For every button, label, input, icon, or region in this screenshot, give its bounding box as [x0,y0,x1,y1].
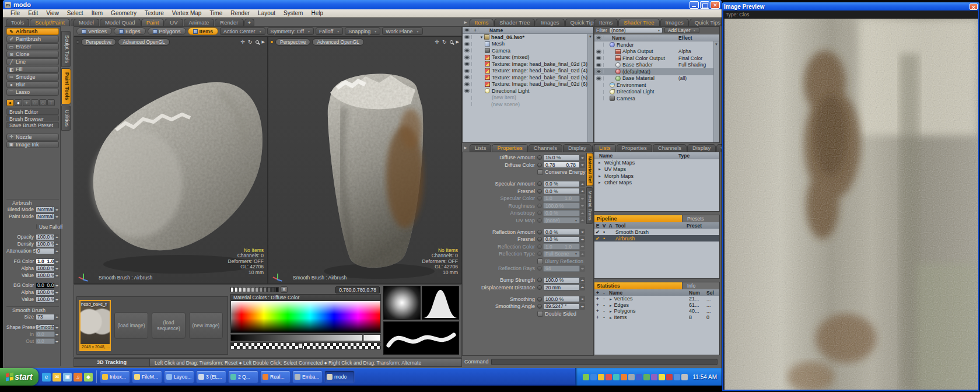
panel-tab[interactable]: Images [660,19,689,26]
spinner-icon[interactable]: ◂▸ [580,162,585,168]
panel-tab[interactable]: Properties [617,144,652,152]
tray-icon[interactable] [606,374,612,380]
panel-tab[interactable]: Shader Tree [618,19,659,26]
material-tab[interactable]: Material Trans [586,187,593,224]
command-input[interactable] [491,359,718,365]
item-row[interactable]: Directional Light [463,88,593,94]
channel-toggle-icon[interactable] [537,251,542,256]
rotate-icon[interactable]: ↻ [442,39,447,45]
pipeline-title[interactable]: Pipeline [594,215,682,222]
spinner-icon[interactable]: ◂▸ [580,217,585,223]
spinner-icon[interactable]: ◂▸ [580,236,585,243]
shader-row[interactable]: Camera [594,95,719,102]
visibility-toggle[interactable] [463,82,472,86]
tool-button[interactable]: ⌒ Lasso [6,89,59,96]
visibility-toggle[interactable] [463,42,472,46]
visibility-toggle[interactable] [463,55,472,60]
panel-tab[interactable]: Display [563,144,592,152]
close-button[interactable] [710,1,720,9]
tray-icon[interactable] [583,374,589,380]
taskbar-task[interactable]: Inbox... [100,370,130,383]
tray-icon[interactable] [598,374,604,380]
layout-tab[interactable]: + [244,19,255,26]
spinner-icon[interactable]: ◂▸ [580,284,585,290]
taskbar-task[interactable]: Layou... [164,370,194,383]
outlook-icon[interactable]: ✉ [52,373,61,382]
spinner-icon[interactable]: ◂▸ [55,248,59,254]
viewport-shading-button[interactable]: Advanced OpenGL [118,38,169,46]
taskbar-task[interactable]: modo [324,370,355,383]
shader-row[interactable]: Alpha Output Alpha [594,48,719,55]
statistics-row[interactable]: + - ► Vertices 21... ... [594,296,719,302]
shader-row[interactable]: ► Directional Light [594,89,719,96]
menu-item[interactable]: Help [307,9,327,17]
pan-icon[interactable]: ✛ [241,39,246,45]
list-row[interactable]: ► Morph Maps [594,173,719,180]
panel-tab[interactable]: Lists [594,144,616,152]
spinner-icon[interactable]: ◂▸ [55,214,59,220]
messenger-icon[interactable]: ◆ [84,373,93,382]
expand-arrow-icon[interactable]: ▼ [604,43,610,47]
panel-tab[interactable]: Lists [470,144,492,152]
tray-icon[interactable] [613,374,620,380]
tool-button[interactable]: ⊞ Clone [6,51,59,58]
property-value[interactable]: 0.0 % [543,188,580,194]
field-value[interactable]: 0.0 [36,338,55,345]
channel-toggle-icon[interactable] [537,155,542,160]
menu-item[interactable]: Select [63,9,88,17]
pipeline-presets-tab[interactable]: Presets [682,215,719,222]
value-gradient-slider[interactable] [230,334,381,341]
spinner-icon[interactable]: ◂▸ [580,202,585,209]
rotate-icon[interactable]: ↻ [248,39,253,45]
spinner-icon[interactable]: ◂▸ [55,258,59,265]
visibility-toggle[interactable] [463,75,472,79]
panel-tab[interactable]: Images [536,19,564,26]
shader-row[interactable]: ► (defaultMat) [594,68,719,75]
collapse-minus[interactable]: - [601,308,607,314]
spinner-icon[interactable]: ◂▸ [580,303,585,310]
field-value[interactable]: 0.0 [36,331,55,338]
spinner-icon[interactable]: ◂▸ [580,265,585,272]
shader-row[interactable]: Final Color Output Final Color [594,55,719,62]
spinner-icon[interactable]: ◂▸ [55,314,59,320]
tray-icon[interactable] [666,374,673,380]
value-slider-handle[interactable] [362,334,364,341]
panel-nav-arrow-icon[interactable]: ► [462,19,469,26]
gray-swatch[interactable] [243,287,246,292]
toolbar-dropdown[interactable]: Snapping [345,27,380,35]
property-value[interactable]: 20 mm [543,284,580,290]
spinner-icon[interactable]: ◂▸ [580,188,585,194]
taskbar-task[interactable]: Emba... [292,370,323,383]
field-value[interactable]: 1.0 1.0 1.0 [36,258,55,265]
channel-toggle-icon[interactable] [537,218,542,223]
layout-tab[interactable]: Model [74,19,99,26]
visibility-toggle[interactable] [594,43,604,47]
visibility-toggle[interactable] [463,62,472,66]
taskbar-task[interactable]: FileM... [132,370,162,383]
item-row[interactable]: ▼ head_06.lwo* [463,34,593,41]
tray-icon[interactable] [643,374,650,380]
item-row[interactable]: Texture: Image: head_bake_final_02d (3) [463,61,593,68]
channel-toggle-icon[interactable] [537,196,542,201]
expand-arrow-icon[interactable]: ► [609,298,612,301]
property-value[interactable]: 0.0 % [543,181,580,187]
brush-link[interactable]: Brush Editor [6,108,59,115]
visibility-toggle[interactable] [463,69,472,73]
visibility-toggle[interactable] [463,102,472,106]
panel-tab[interactable]: Items [594,19,618,26]
brush-link[interactable]: Brush Browser [6,116,59,122]
visibility-toggle[interactable] [594,69,604,74]
field-value[interactable]: 0 [36,248,55,254]
list-row[interactable]: ► Weight Maps [594,159,719,166]
collapse-minus[interactable]: - [601,302,607,308]
saturation-button[interactable]: S [281,286,288,293]
channel-toggle-icon[interactable] [537,211,542,215]
toolbar-dropdown[interactable]: Work Plane [382,27,422,35]
field-value[interactable]: 100.0 % [36,241,55,247]
shader-row[interactable]: ► Environment [594,82,719,89]
spinner-icon[interactable]: ◂▸ [55,206,59,213]
items-scrollbar[interactable] [587,34,593,142]
sidebar-vertical-tab[interactable]: Paint Tools [61,68,71,104]
tool-button[interactable]: ✐ Paintbrush [6,36,59,43]
spinner-icon[interactable]: ◂▸ [580,296,585,302]
